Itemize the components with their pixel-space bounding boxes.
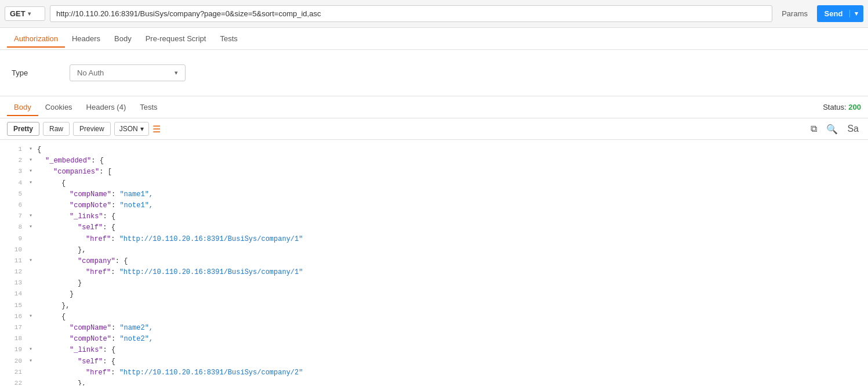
json-line-2: 2 ▾ "_embedded": { [0, 156, 868, 167]
line-number-1: 1 [5, 145, 22, 155]
line-number-15: 15 [5, 301, 22, 311]
response-status: Status: 200 [823, 103, 861, 111]
toggle-arrow-8[interactable]: ▾ [29, 222, 36, 232]
method-label: GET [10, 9, 26, 18]
format-type-select[interactable]: JSON ▾ [114, 122, 149, 136]
toggle-arrow-16[interactable]: ▾ [29, 312, 36, 321]
json-line-18: 18 "compNote": "note2", [0, 334, 868, 345]
line-number-2: 2 [5, 156, 22, 166]
line-number-20: 20 [5, 356, 22, 367]
tab-pre-request-script[interactable]: Pre-request Script [139, 30, 213, 48]
tab-body[interactable]: Body [107, 30, 139, 48]
json-content-9: "href": "http://10.110.20.16:8391/BusiSy… [37, 234, 863, 245]
params-button[interactable]: Params [777, 7, 812, 20]
json-line-1: 1 ▾ { [0, 145, 868, 156]
toggle-arrow-1[interactable]: ▾ [29, 145, 36, 154]
json-content-18: "compNote": "note2", [37, 334, 863, 345]
top-bar: GET ▾ Params Send ▾ [0, 0, 868, 28]
method-selector[interactable]: GET ▾ [5, 6, 45, 21]
json-viewer: 1 ▾ { 2 ▾ "_embedded": { 3 ▾ "companies"… [0, 140, 868, 385]
json-line-20: 20 ▾ "self": { [0, 356, 868, 367]
line-number-9: 9 [5, 234, 22, 244]
line-number-11: 11 [5, 256, 22, 266]
toggle-arrow-4[interactable]: ▾ [29, 178, 36, 187]
resp-tab-headers[interactable]: Headers (4) [79, 98, 133, 116]
preview-button[interactable]: Preview [73, 122, 111, 136]
json-content-11: "company": { [37, 256, 863, 267]
json-line-13: 13 } [0, 278, 868, 289]
json-line-16: 16 ▾ { [0, 312, 868, 323]
line-number-12: 12 [5, 267, 22, 277]
resp-tab-tests[interactable]: Tests [133, 98, 164, 116]
toggle-arrow-7[interactable]: ▾ [29, 211, 36, 221]
copy-button[interactable]: ⧉ [808, 122, 819, 135]
resp-tab-body[interactable]: Body [7, 98, 38, 116]
json-content-8: "self": { [37, 222, 863, 233]
line-number-8: 8 [5, 222, 22, 233]
tab-authorization[interactable]: Authorization [7, 30, 65, 48]
json-line-6: 6 "compNote": "note1", [0, 200, 868, 211]
json-content-15: }, [37, 301, 863, 312]
format-type-chevron-icon: ▾ [140, 125, 144, 133]
json-content-10: }, [37, 245, 863, 256]
toggle-arrow-22 [29, 378, 36, 385]
json-content-7: "_links": { [37, 211, 863, 222]
json-content-21: "href": "http://10.110.20.16:8391/BusiSy… [37, 367, 863, 378]
search-button[interactable]: 🔍 [824, 122, 840, 136]
json-line-19: 19 ▾ "_links": { [0, 345, 868, 356]
toggle-arrow-5 [29, 189, 36, 199]
toggle-arrow-15 [29, 301, 36, 310]
format-bar: Pretty Raw Preview JSON ▾ ☰ ⧉ 🔍 Sa [0, 118, 868, 140]
auth-type-select[interactable]: No Auth ▾ [70, 64, 186, 81]
toggle-arrow-11[interactable]: ▾ [29, 256, 36, 265]
status-code: 200 [848, 103, 861, 111]
line-number-17: 17 [5, 323, 22, 333]
line-number-21: 21 [5, 367, 22, 378]
line-number-13: 13 [5, 278, 22, 288]
json-content-14: } [37, 289, 863, 300]
json-content-17: "compName": "name2", [37, 323, 863, 334]
resp-tab-cookies[interactable]: Cookies [38, 98, 79, 116]
json-content-20: "self": { [37, 356, 863, 367]
raw-button[interactable]: Raw [43, 122, 70, 136]
toggle-arrow-18 [29, 334, 36, 343]
toggle-arrow-2[interactable]: ▾ [29, 156, 36, 165]
toggle-arrow-19[interactable]: ▾ [29, 345, 36, 354]
line-number-4: 4 [5, 178, 22, 189]
json-line-10: 10 }, [0, 245, 868, 256]
json-content-13: } [37, 278, 863, 289]
json-content-5: "compName": "name1", [37, 189, 863, 200]
auth-type-chevron-icon: ▾ [175, 69, 178, 77]
json-line-7: 7 ▾ "_links": { [0, 211, 868, 222]
format-type-value: JSON [119, 125, 138, 133]
send-dropdown-icon[interactable]: ▾ [849, 10, 863, 17]
tab-headers[interactable]: Headers [65, 30, 107, 48]
toggle-arrow-3[interactable]: ▾ [29, 167, 36, 176]
json-line-21: 21 "href": "http://10.110.20.16:8391/Bus… [0, 367, 868, 378]
line-number-14: 14 [5, 289, 22, 300]
json-line-22: 22 }, [0, 378, 868, 385]
json-line-17: 17 "compName": "name2", [0, 323, 868, 334]
line-number-19: 19 [5, 345, 22, 355]
json-line-9: 9 "href": "http://10.110.20.16:8391/Busi… [0, 234, 868, 245]
tab-tests[interactable]: Tests [213, 30, 244, 48]
send-button[interactable]: Send ▾ [817, 5, 863, 22]
json-content-12: "href": "http://10.110.20.16:8391/BusiSy… [37, 267, 863, 278]
send-label: Send [818, 9, 850, 18]
toggle-arrow-20[interactable]: ▾ [29, 356, 36, 366]
json-content-22: }, [37, 378, 863, 385]
json-content-1: { [37, 145, 863, 156]
save-button[interactable]: Sa [845, 122, 861, 135]
pretty-button[interactable]: Pretty [7, 122, 39, 136]
line-number-6: 6 [5, 200, 22, 211]
json-line-8: 8 ▾ "self": { [0, 222, 868, 233]
auth-type-value: No Auth [77, 68, 104, 77]
wrap-icon[interactable]: ☰ [152, 124, 161, 135]
toggle-arrow-13 [29, 278, 36, 287]
line-number-10: 10 [5, 245, 22, 255]
json-line-15: 15 }, [0, 301, 868, 312]
toggle-arrow-12 [29, 267, 36, 276]
json-content-3: "companies": [ [37, 167, 863, 178]
toggle-arrow-6 [29, 200, 36, 210]
url-input[interactable] [50, 5, 772, 22]
